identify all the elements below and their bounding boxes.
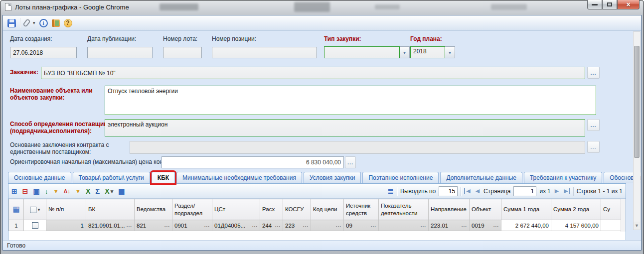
vertical-scrollbar[interactable]: ▼ <box>633 31 641 230</box>
col-summa-2[interactable]: Сумма 2 года <box>551 199 601 220</box>
reference-icon[interactable] <box>52 19 60 27</box>
grid-settings-icon[interactable]: ▦ <box>118 188 125 195</box>
help-icon[interactable]: ? <box>64 19 72 27</box>
cell-napravlenie[interactable]: 223.01... <box>429 220 470 231</box>
title-bar[interactable]: Лоты плана-графика - Google Chrome × <box>0 0 644 15</box>
col-cst[interactable]: ЦСт <box>212 199 260 220</box>
cell-obekt[interactable]: 0019... <box>470 220 501 231</box>
cell-pokazatel[interactable]: ... <box>379 220 429 231</box>
lookup-ellipsis-icon[interactable]: ... <box>371 223 376 228</box>
row-checkbox[interactable] <box>32 222 38 229</box>
col-vedomstva[interactable]: Ведомства <box>135 199 172 220</box>
col-istochnik[interactable]: Источник средств <box>344 199 379 220</box>
prev-page-icon[interactable]: ◀ <box>475 188 481 194</box>
scrollbar-thumb[interactable] <box>634 46 640 158</box>
delete-row-icon[interactable]: ⊟ <box>22 188 28 195</box>
col-kod-celi[interactable]: Код цели <box>311 199 344 220</box>
customer-input[interactable]: БУЗ ВО "ВГКБСМП № 10" <box>41 67 585 79</box>
first-page-icon[interactable]: ◀ <box>464 188 471 194</box>
tab-kbk[interactable]: КБК <box>152 172 175 183</box>
last-page-icon[interactable]: ▶ <box>563 188 570 194</box>
cell-razdel[interactable]: 0901... <box>172 220 212 231</box>
position-number-input[interactable] <box>212 47 317 58</box>
attach-icon[interactable] <box>22 18 31 27</box>
col-kosgu[interactable]: КОСГУ <box>283 199 311 220</box>
grid-scrollbar[interactable] <box>621 199 626 232</box>
col-summa-1[interactable]: Сумма 1 года <box>501 199 551 220</box>
lookup-ellipsis-icon[interactable]: ... <box>303 223 309 228</box>
object-name-textarea[interactable]: Отпуск тепловой энергии <box>105 86 596 115</box>
cell-bk[interactable]: 821.0901.01...... <box>86 220 135 231</box>
checkbox-caret-icon[interactable]: ▾ <box>38 207 40 212</box>
col-num[interactable]: № п/п <box>46 199 86 220</box>
clear-filter-icon[interactable]: ▼ <box>75 188 81 195</box>
tab-trebovaniya-k-uchastniku[interactable]: Требования к участнику <box>524 172 602 183</box>
purchase-type-select[interactable]: ▾ <box>324 46 410 58</box>
date-published-input[interactable] <box>87 47 153 58</box>
supplier-method-lookup-button[interactable]: ... <box>587 119 600 131</box>
col-napravlenie[interactable]: Направление <box>429 199 470 220</box>
col-pokazatel[interactable]: Показатель деятельности <box>379 199 429 220</box>
cell-rash[interactable]: 244... <box>260 220 283 231</box>
excel-icon[interactable]: X <box>86 188 90 195</box>
info-icon[interactable]: i <box>39 19 48 27</box>
col-obekt[interactable]: Объект <box>470 199 501 220</box>
supplier-method-input[interactable]: электронный аукцион <box>105 119 585 136</box>
cell-summa-1[interactable]: 2 672 440,00 <box>501 220 551 231</box>
contract-price-input[interactable]: 6 830 040,00 <box>161 156 344 168</box>
lookup-ellipsis-icon[interactable]: ... <box>252 223 258 228</box>
table-row[interactable]: 1 1 821.0901.01...... 821... 0901... 01Д… <box>9 220 621 231</box>
col-summa-3[interactable]: Су <box>601 199 621 220</box>
contract-price-lookup-button[interactable]: ... <box>345 156 356 168</box>
save-icon[interactable] <box>7 19 16 27</box>
tab-usloviya-zakupki[interactable]: Условия закупки <box>304 172 361 183</box>
filter-icon[interactable]: ▼ <box>53 188 59 195</box>
col-bk[interactable]: БК <box>86 199 135 220</box>
tab-minimalnye-trebovaniya[interactable]: Минимальные необходимые требования <box>176 172 302 183</box>
maximize-button[interactable] <box>602 0 617 9</box>
cell-summa-3[interactable] <box>601 220 621 231</box>
grid-menu-icon[interactable]: ▦ <box>12 205 19 213</box>
chevron-down-icon[interactable]: ▾ <box>400 46 410 58</box>
minimize-button[interactable] <box>587 0 602 9</box>
close-button[interactable]: × <box>617 0 640 9</box>
customer-lookup-button[interactable]: ... <box>587 67 600 79</box>
tab-dopolnitelnye-dannye[interactable]: Дополнительные данные <box>440 172 522 183</box>
cell-vedomstva[interactable]: 821... <box>135 220 172 231</box>
cell-kod-celi[interactable]: ... <box>311 220 344 231</box>
tab-poetapnoe-ispolnenie[interactable]: Поэтапное исполнение <box>362 172 439 183</box>
select-all-checkbox[interactable] <box>30 207 36 213</box>
tab-osnovnye-dannye[interactable]: Основные данные <box>8 172 71 183</box>
lookup-ellipsis-icon[interactable]: ... <box>275 223 281 228</box>
copy-icon[interactable]: ▣ <box>33 188 39 195</box>
list-refresh-icon[interactable]: ≣ <box>387 187 394 196</box>
page-input[interactable] <box>513 186 536 196</box>
attach-caret-icon[interactable]: ▾ <box>33 20 35 25</box>
chevron-down-icon[interactable]: ▾ <box>445 46 455 58</box>
import-icon[interactable]: ↓ <box>45 188 48 195</box>
tab-tovary-raboty-uslugi[interactable]: Товары\ работы\ услуги <box>73 172 150 183</box>
next-page-icon[interactable]: ▶ <box>554 188 560 194</box>
scroll-down-icon[interactable]: ▼ <box>634 222 640 230</box>
col-rash[interactable]: Расх <box>260 199 283 220</box>
export-caret-icon[interactable]: ▾ <box>111 188 114 195</box>
date-created-input[interactable]: 27.06.2018 <box>10 47 77 58</box>
col-razdel[interactable]: Раздел/ подраздел <box>172 199 212 220</box>
cell-summa-2[interactable]: 4 157 600,00 <box>551 220 601 231</box>
lookup-ellipsis-icon[interactable]: ... <box>164 223 170 228</box>
lookup-ellipsis-icon[interactable]: ... <box>421 223 426 228</box>
per-page-input[interactable] <box>439 186 458 196</box>
lookup-ellipsis-icon[interactable]: ... <box>493 223 499 228</box>
lookup-ellipsis-icon[interactable]: ... <box>336 223 341 228</box>
cell-cst[interactable]: 01Д04005...... <box>212 220 260 231</box>
cell-kosgu[interactable]: 223... <box>283 220 311 231</box>
add-row-icon[interactable]: ⊞ <box>11 188 17 195</box>
lookup-ellipsis-icon[interactable]: ... <box>127 223 132 228</box>
lookup-ellipsis-icon[interactable]: ... <box>462 223 467 228</box>
sort-icon[interactable]: А↓ <box>64 188 70 195</box>
cell-istochnik[interactable]: 09... <box>344 220 379 231</box>
lot-number-input[interactable] <box>163 47 202 58</box>
lookup-ellipsis-icon[interactable]: ... <box>204 223 210 228</box>
plan-year-select[interactable]: 2018 ▾ <box>410 46 455 58</box>
sum-icon[interactable]: Σ <box>95 188 100 195</box>
